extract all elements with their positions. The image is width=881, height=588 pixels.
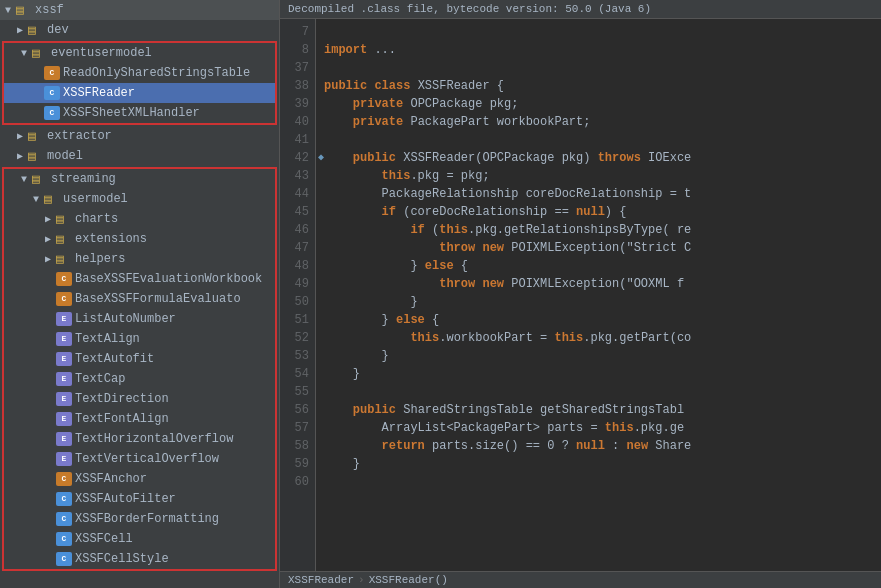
line-number: 46 bbox=[286, 221, 309, 239]
tree-item-label: usermodel bbox=[63, 192, 275, 206]
arrow-icon[interactable] bbox=[40, 213, 56, 225]
folder-icon: ▤ bbox=[56, 231, 72, 247]
code-token: this bbox=[439, 221, 468, 239]
tree-item-TextAutofit[interactable]: ETextAutofit bbox=[4, 349, 275, 369]
arrow-icon[interactable] bbox=[0, 5, 16, 16]
code-token bbox=[324, 95, 353, 113]
tree-item-XSSFBorderFormatting[interactable]: CXSSFBorderFormatting bbox=[4, 509, 275, 529]
tree-item-label: XSSFAnchor bbox=[75, 472, 275, 486]
folder-icon: ▤ bbox=[32, 45, 48, 61]
code-token: } bbox=[324, 347, 389, 365]
code-line: this.pkg = pkg; bbox=[324, 167, 873, 185]
arrow-icon[interactable] bbox=[16, 174, 32, 185]
sidebar[interactable]: ▤xssf▤dev▤eventusermodelCReadOnlySharedS… bbox=[0, 0, 280, 588]
status-separator: › bbox=[358, 574, 365, 586]
tree-item-XSSFCellStyle[interactable]: CXSSFCellStyle bbox=[4, 549, 275, 569]
class-icon: C bbox=[56, 292, 72, 306]
code-token: else bbox=[425, 257, 454, 275]
arrow-icon[interactable] bbox=[28, 194, 44, 205]
code-line: } bbox=[324, 365, 873, 383]
tree-item-extensions[interactable]: ▤extensions bbox=[4, 229, 275, 249]
code-token: else bbox=[396, 311, 425, 329]
line-numbers: 7837383940414243444546474849505152535455… bbox=[280, 19, 316, 571]
tree-item-TextFontAlign[interactable]: ETextFontAlign bbox=[4, 409, 275, 429]
tree-item-label: dev bbox=[47, 23, 279, 37]
tree-item-XSSFAnchor[interactable]: CXSSFAnchor bbox=[4, 469, 275, 489]
arrow-icon[interactable] bbox=[12, 24, 28, 36]
code-area: Decompiled .class file, bytecode version… bbox=[280, 0, 881, 588]
code-line bbox=[324, 23, 873, 41]
tree-item-label: XSSFReader bbox=[63, 86, 275, 100]
tree-item-TextCap[interactable]: ETextCap bbox=[4, 369, 275, 389]
code-token: { bbox=[425, 311, 439, 329]
tree-item-XSSFAutoFilter[interactable]: CXSSFAutoFilter bbox=[4, 489, 275, 509]
line-number: 37 bbox=[286, 59, 309, 77]
tree-item-dev[interactable]: ▤dev bbox=[0, 20, 279, 40]
tree-item-XSSFCell[interactable]: CXSSFCell bbox=[4, 529, 275, 549]
line-number: 40 bbox=[286, 113, 309, 131]
code-line bbox=[324, 383, 873, 401]
tree-item-TextAlign[interactable]: ETextAlign bbox=[4, 329, 275, 349]
line-number: 58 bbox=[286, 437, 309, 455]
line-number: 52 bbox=[286, 329, 309, 347]
tree-item-model[interactable]: ▤model bbox=[0, 146, 279, 166]
code-token: public bbox=[353, 149, 396, 167]
code-token: .pkg = pkg; bbox=[410, 167, 489, 185]
code-token: throws bbox=[598, 149, 641, 167]
tree-item-TextDirection[interactable]: ETextDirection bbox=[4, 389, 275, 409]
class-icon: E bbox=[56, 372, 72, 386]
code-line bbox=[324, 59, 873, 77]
tree-item-usermodel[interactable]: ▤usermodel bbox=[4, 189, 275, 209]
code-line: private PackagePart workbookPart; bbox=[324, 113, 873, 131]
code-token: (coreDocRelationship == bbox=[396, 203, 576, 221]
tree-item-XSSFSheetXMLHandler[interactable]: CXSSFSheetXMLHandler bbox=[4, 103, 275, 123]
tree-item-ListAutoNumber[interactable]: EListAutoNumber bbox=[4, 309, 275, 329]
code-content[interactable]: 7837383940414243444546474849505152535455… bbox=[280, 19, 881, 571]
tree-item-label: ReadOnlySharedStringsTable bbox=[63, 66, 275, 80]
class-icon: C bbox=[56, 472, 72, 486]
tree-item-BaseXSSFEvaluationWorkbook[interactable]: CBaseXSSFEvaluationWorkbook bbox=[4, 269, 275, 289]
bookmark-icon: ◆ bbox=[318, 149, 324, 167]
code-line: ArrayList<PackagePart> parts = this.pkg.… bbox=[324, 419, 873, 437]
tree-item-streaming[interactable]: ▤streaming bbox=[4, 169, 275, 189]
tree-item-ReadOnlySharedStringsTable[interactable]: CReadOnlySharedStringsTable bbox=[4, 63, 275, 83]
code-token bbox=[324, 239, 439, 257]
arrow-icon[interactable] bbox=[16, 48, 32, 59]
code-token: import bbox=[324, 41, 367, 59]
tree-item-label: XSSFAutoFilter bbox=[75, 492, 275, 506]
line-number: 54 bbox=[286, 365, 309, 383]
line-number: 49 bbox=[286, 275, 309, 293]
tree-item-helpers[interactable]: ▤helpers bbox=[4, 249, 275, 269]
code-token: .pkg.getPart(co bbox=[583, 329, 691, 347]
code-token: if bbox=[410, 221, 424, 239]
line-number: 57 bbox=[286, 419, 309, 437]
arrow-icon[interactable] bbox=[12, 150, 28, 162]
tree-item-TextHorizontalOverflow[interactable]: ETextHorizontalOverflow bbox=[4, 429, 275, 449]
arrow-icon[interactable] bbox=[12, 130, 28, 142]
code-token: ( bbox=[425, 221, 439, 239]
tree-item-extractor[interactable]: ▤extractor bbox=[0, 126, 279, 146]
arrow-icon[interactable] bbox=[40, 233, 56, 245]
decompiled-header: Decompiled .class file, bytecode version… bbox=[280, 0, 881, 19]
code-token bbox=[324, 149, 353, 167]
code-token: POIXMLException("OOXML f bbox=[504, 275, 684, 293]
folder-icon: ▤ bbox=[32, 171, 48, 187]
code-token: IOExce bbox=[641, 149, 691, 167]
class-icon: C bbox=[56, 492, 72, 506]
arrow-icon[interactable] bbox=[40, 253, 56, 265]
tree-item-eventusermodel[interactable]: ▤eventusermodel bbox=[4, 43, 275, 63]
tree-item-label: helpers bbox=[75, 252, 275, 266]
tree-item-charts[interactable]: ▤charts bbox=[4, 209, 275, 229]
tree-item-XSSFReader[interactable]: CXSSFReader bbox=[4, 83, 275, 103]
code-token: new bbox=[626, 437, 648, 455]
tree-item-TextVerticalOverflow[interactable]: ETextVerticalOverflow bbox=[4, 449, 275, 469]
line-number: 51 bbox=[286, 311, 309, 329]
code-token bbox=[475, 275, 482, 293]
code-line: if (coreDocRelationship == null) { bbox=[324, 203, 873, 221]
line-number: 8 bbox=[286, 41, 309, 59]
code-line: throw new POIXMLException("Strict C bbox=[324, 239, 873, 257]
code-line: } bbox=[324, 455, 873, 473]
line-number: 7 bbox=[286, 23, 309, 41]
tree-item-BaseXSSFFormulaEvaluato[interactable]: CBaseXSSFFormulaEvaluato bbox=[4, 289, 275, 309]
tree-item-xssf[interactable]: ▤xssf bbox=[0, 0, 279, 20]
